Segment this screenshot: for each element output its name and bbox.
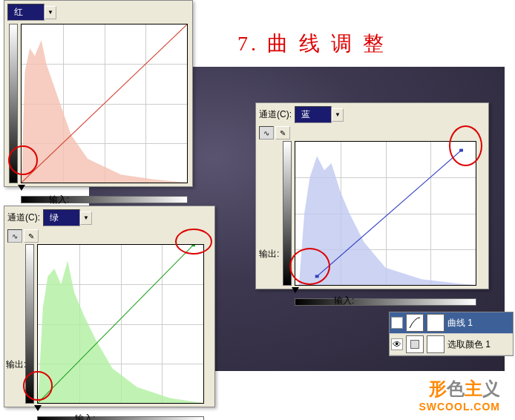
curve-grid-blue[interactable] [295, 141, 476, 286]
curve-tool-icon[interactable]: ∿ [259, 126, 274, 140]
layer-name: 选取颜色 1 [447, 338, 491, 351]
step-title: 7. 曲 线 调 整 [237, 30, 387, 58]
layer-thumb-curves [406, 314, 424, 332]
output-gradient [283, 141, 292, 286]
shadow-slider[interactable] [292, 287, 299, 293]
input-gradient [37, 416, 204, 420]
layer-thumb-selective [406, 335, 424, 353]
svg-line-0 [22, 24, 187, 183]
curve-line-red [22, 24, 187, 183]
dropdown-icon[interactable]: ▼ [80, 211, 92, 225]
curve-grid-green[interactable] [37, 244, 204, 404]
layer-name: 曲线 1 [447, 317, 473, 329]
svg-line-1 [38, 245, 194, 403]
svg-rect-4 [315, 275, 319, 278]
dropdown-icon[interactable]: ▼ [332, 108, 344, 122]
watermark: 形色主义 SWCOOL.COM [419, 377, 500, 413]
watermark-url: SWCOOL.COM [419, 401, 500, 413]
visibility-icon[interactable]: 👁 [391, 338, 403, 350]
layers-panel: 👁 曲线 1 👁 选取颜色 1 [389, 312, 514, 356]
curve-line-green [38, 245, 203, 403]
output-gradient [25, 244, 34, 404]
layer-row-curves[interactable]: 👁 曲线 1 [390, 312, 513, 334]
output-label: 输出: [6, 358, 26, 371]
input-label: 输入: [75, 413, 95, 420]
input-gradient [295, 298, 476, 306]
shadow-slider[interactable] [34, 405, 42, 411]
output-gradient [9, 24, 18, 183]
channel-select-red[interactable]: 红 [7, 4, 45, 21]
layer-mask [427, 335, 445, 353]
svg-line-3 [317, 151, 461, 277]
svg-rect-5 [459, 149, 463, 152]
channel-label: 通道(C): [259, 108, 292, 121]
layer-mask [427, 314, 445, 332]
shadow-slider[interactable] [18, 185, 25, 191]
curves-panel-blue: 通道(C): 蓝 ▼ ∿ ✎ 输出: 输 [255, 102, 489, 289]
curve-grid-red[interactable] [21, 24, 188, 183]
curves-panel-red: 红 ▼ 输入: [4, 0, 193, 187]
input-label: 输入: [334, 295, 354, 307]
channel-label: 通道(C): [7, 211, 40, 224]
watermark-text: 形色主义 [419, 377, 500, 401]
dropdown-icon[interactable]: ▼ [45, 6, 56, 19]
pencil-tool-icon[interactable]: ✎ [24, 229, 39, 243]
curve-line-blue [295, 142, 476, 285]
input-label: 输入: [49, 194, 69, 206]
curve-tool-icon[interactable]: ∿ [7, 229, 22, 243]
output-label: 输出: [259, 248, 279, 260]
pencil-tool-icon[interactable]: ✎ [275, 126, 290, 140]
input-gradient [21, 196, 188, 203]
layer-row-selective[interactable]: 👁 选取颜色 1 [390, 334, 513, 355]
channel-select-green[interactable]: 绿 [43, 209, 80, 226]
curves-panel-green: 通道(C): 绿 ▼ ∿ ✎ 输出: 输入: [4, 206, 215, 407]
svg-rect-2 [191, 245, 194, 246]
visibility-icon[interactable]: 👁 [391, 317, 403, 329]
channel-select-blue[interactable]: 蓝 [295, 106, 332, 123]
